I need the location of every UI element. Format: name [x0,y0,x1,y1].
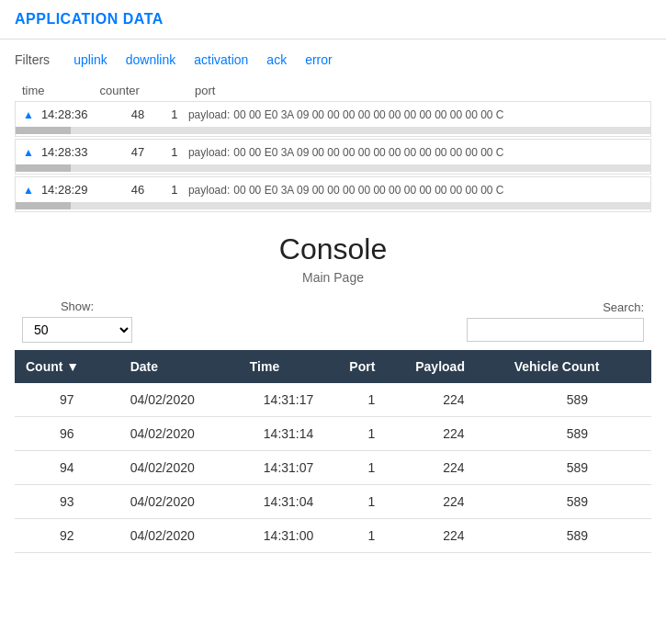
cell-vehicle_count: 589 [503,417,651,451]
cell-count: 93 [15,485,119,519]
data-table-section: time counter port ▲ 14:28:36 48 1 payloa… [0,80,666,212]
cell-vehicle_count: 589 [503,383,651,417]
filter-tab-activation[interactable]: activation [186,49,255,71]
col-time: time [22,84,45,97]
row-counter: 47 [115,145,161,159]
data-row: ▲ 14:28:33 47 1 payload:00 00 E0 3A 09 0… [15,139,651,175]
row-scrollbar[interactable] [16,127,650,134]
cell-port: 1 [338,383,404,417]
col-header-payload[interactable]: Payload [404,350,502,383]
cell-payload: 224 [404,451,502,485]
row-payload: payload:00 00 E0 3A 09 00 00 00 00 00 00… [188,146,643,159]
col-header-time[interactable]: Time [239,350,339,383]
search-control: Search: [467,300,644,342]
col-counter: counter [100,84,140,97]
data-row: ▲ 14:28:36 48 1 payload:00 00 E0 3A 09 0… [15,101,651,137]
cell-time: 14:31:07 [239,451,339,485]
row-time: 14:28:29 [41,183,115,197]
app-title: APPLICATION DATA [15,11,651,28]
filter-tab-error[interactable]: error [298,49,340,71]
row-scrollbar[interactable] [16,202,650,209]
col-header-vehicle-count[interactable]: Vehicle Count [503,350,651,383]
col-header-count[interactable]: Count ▼ [15,350,119,383]
uplink-arrow-icon: ▲ [23,108,34,121]
table-row: 9704/02/202014:31:171224589 [15,383,651,417]
show-label: Show: [61,299,94,313]
console-subtitle: Main Page [15,270,651,285]
table-row: 9304/02/202014:31:041224589 [15,485,651,519]
controls-row: Show: 10 25 50 100 Search: [15,299,651,343]
filters-section: Filters uplink downlink activation ack e… [0,40,666,80]
cell-port: 1 [338,451,404,485]
row-counter: 46 [115,183,161,197]
uplink-arrow-icon: ▲ [23,146,34,159]
table-row: 9204/02/202014:31:001224589 [15,519,651,553]
row-counter: 48 [115,107,161,121]
cell-vehicle_count: 589 [503,485,651,519]
col-port: port [195,84,215,97]
data-row: ▲ 14:28:29 46 1 payload:00 00 E0 3A 09 0… [15,176,651,212]
cell-payload: 224 [404,519,502,553]
filter-tabs: uplink downlink activation ack error [66,49,340,71]
row-payload: payload:00 00 E0 3A 09 00 00 00 00 00 00… [188,108,643,121]
cell-time: 14:31:14 [239,417,339,451]
cell-count: 96 [15,417,119,451]
row-port: 1 [161,107,188,121]
uplink-arrow-icon: ▲ [23,184,34,197]
filter-tab-downlink[interactable]: downlink [119,49,183,71]
search-label: Search: [603,300,644,314]
cell-port: 1 [338,519,404,553]
cell-time: 14:31:00 [239,519,339,553]
cell-time: 14:31:17 [239,383,339,417]
cell-port: 1 [338,485,404,519]
filter-tab-uplink[interactable]: uplink [66,49,115,71]
data-table-header: time counter port [15,80,651,101]
cell-count: 92 [15,519,119,553]
cell-time: 14:31:04 [239,485,339,519]
row-port: 1 [161,183,188,197]
cell-date: 04/02/2020 [119,383,239,417]
row-time: 14:28:33 [41,145,115,159]
search-input[interactable] [467,318,644,342]
row-scrollbar[interactable] [16,164,650,172]
row-payload: payload:00 00 E0 3A 09 00 00 00 00 00 00… [188,184,643,197]
cell-vehicle_count: 589 [503,519,651,553]
cell-count: 97 [15,383,119,417]
col-header-date[interactable]: Date [119,350,239,383]
cell-payload: 224 [404,417,502,451]
cell-port: 1 [338,417,404,451]
cell-date: 04/02/2020 [119,485,239,519]
col-header-port[interactable]: Port [338,350,404,383]
table-header-row: Count ▼ Date Time Port Payload Vehicle C… [15,350,651,383]
row-time: 14:28:36 [41,107,115,121]
cell-payload: 224 [404,383,502,417]
cell-date: 04/02/2020 [119,519,239,553]
console-section: Console Main Page Show: 10 25 50 100 Sea… [0,214,666,562]
main-table: Count ▼ Date Time Port Payload Vehicle C… [15,350,651,553]
cell-payload: 224 [404,485,502,519]
table-row: 9404/02/202014:31:071224589 [15,451,651,485]
row-port: 1 [161,145,188,159]
show-select[interactable]: 10 25 50 100 [22,317,132,343]
table-row: 9604/02/202014:31:141224589 [15,417,651,451]
cell-count: 94 [15,451,119,485]
filters-label: Filters [15,52,50,67]
app-header: APPLICATION DATA [0,0,666,40]
cell-vehicle_count: 589 [503,451,651,485]
console-title: Console [15,232,651,266]
cell-date: 04/02/2020 [119,417,239,451]
show-control: Show: 10 25 50 100 [22,299,132,343]
cell-date: 04/02/2020 [119,451,239,485]
filter-tab-ack[interactable]: ack [259,49,294,71]
